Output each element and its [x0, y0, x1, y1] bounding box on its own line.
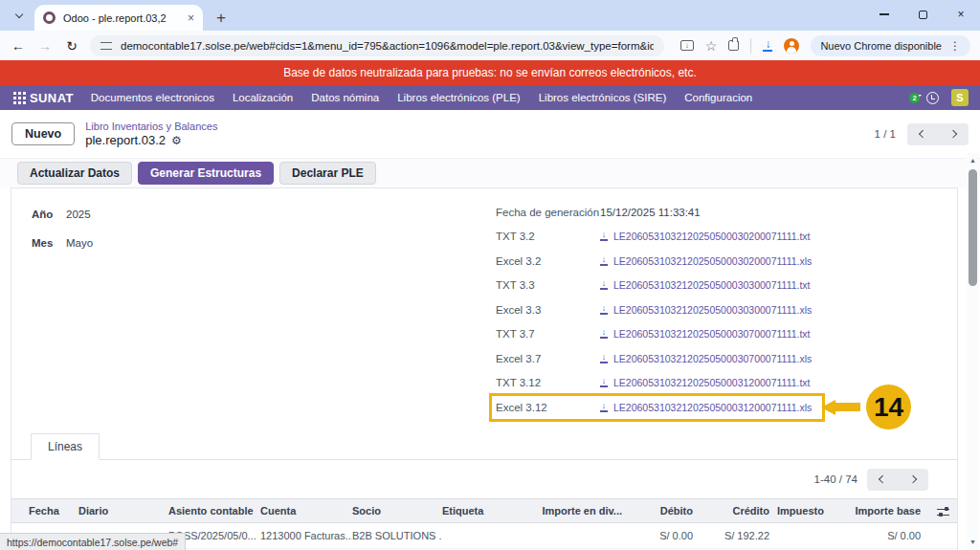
- back-button[interactable]: ←: [10, 38, 27, 54]
- navbar-brand[interactable]: SUNAT: [30, 91, 74, 105]
- file-download-link[interactable]: ↓ LE2060531032120250500031200071111.xls: [600, 402, 812, 413]
- table-header-cell[interactable]: Fecha: [17, 505, 78, 517]
- download-icon: ↓: [600, 280, 608, 290]
- record-name: ple.report.03.2: [85, 133, 166, 147]
- record-pager: 1 / 1: [875, 123, 969, 145]
- tab-close-icon[interactable]: ×: [188, 12, 194, 24]
- browser-toolbar: ← → ↻ democontable17.solse.pe/web#cids=1…: [0, 31, 980, 60]
- notebook-tabs: Líneas: [11, 431, 957, 460]
- chrome-update-button[interactable]: Nuevo Chrome disponible ⋮: [811, 35, 970, 56]
- table-header-cell[interactable]: Socio: [352, 505, 442, 517]
- settings-gear-icon[interactable]: ⚙: [171, 135, 182, 146]
- toolbar-divider: [750, 38, 751, 54]
- bookmark-star-icon[interactable]: ☆: [705, 39, 718, 53]
- close-button[interactable]: ×: [942, 0, 980, 29]
- file-name: LE2060531032120250500030300071111.txt: [613, 279, 811, 291]
- navbar-menu-item[interactable]: Datos nómina: [311, 92, 379, 103]
- chevron-left-icon: [879, 475, 887, 484]
- table-header-cell[interactable]: Importe base: [833, 505, 921, 517]
- file-download-link[interactable]: ↓ LE2060531032120250500031200071111.txt: [600, 377, 811, 388]
- table-header-cell[interactable]: Etiqueta: [442, 505, 538, 517]
- chrome-update-label: Nuevo Chrome disponible: [820, 40, 942, 52]
- browser-tab[interactable]: Odoo - ple.report.03,2 ×: [34, 5, 203, 31]
- chevron-right-icon: [949, 130, 958, 139]
- adjust-columns-icon[interactable]: [937, 507, 949, 517]
- navbar-menu-item[interactable]: Libros electrónicos (SIRE): [539, 92, 667, 103]
- pager-previous-button[interactable]: [907, 125, 938, 143]
- file-name: LE2060531032120250500031200071111.txt: [613, 377, 811, 388]
- generation-date-value: 15/12/2025 11:33:41: [600, 207, 701, 218]
- table-cell: 1213000 Facturas...: [260, 530, 352, 541]
- file-label: Excel 3.2: [496, 255, 600, 267]
- profile-avatar-icon[interactable]: [784, 38, 799, 54]
- tutorial-step-badge: 14: [866, 385, 911, 429]
- file-download-link[interactable]: ↓ LE2060531032120250500030200071111.xls: [600, 255, 812, 267]
- table-header-cell[interactable]: Impuesto: [769, 505, 833, 517]
- file-name: LE2060531032120250500030300071111.xls: [613, 304, 812, 316]
- navbar-menu-item[interactable]: Libros electrónicos (PLE): [397, 92, 520, 103]
- list-pager-next-button[interactable]: [898, 471, 928, 489]
- scroll-down-icon[interactable]: ▼: [967, 535, 979, 548]
- browser-menu-icon[interactable]: ⋮: [949, 39, 961, 53]
- table-header: FechaDiarioAsiento contableCuentaSocioEt…: [11, 498, 957, 523]
- table-header-cell[interactable]: Diario: [78, 505, 168, 517]
- year-value[interactable]: 2025: [66, 209, 91, 220]
- file-download-link[interactable]: ↓ LE2060531032120250500030200071111.txt: [600, 231, 811, 242]
- minimize-button[interactable]: [865, 0, 903, 29]
- new-tab-button[interactable]: +: [216, 10, 226, 26]
- downloads-icon[interactable]: ↓: [763, 39, 772, 52]
- form-fields: Año 2025 Mes Mayo Fecha de generación 15…: [11, 188, 957, 429]
- reload-button[interactable]: ↻: [63, 38, 80, 54]
- file-row: Excel 3.2 ↓ LE20605310321202505000302000…: [496, 249, 821, 274]
- file-download-link[interactable]: ↓ LE2060531032120250500030700071111.xls: [600, 353, 812, 364]
- pager-next-button[interactable]: [938, 125, 969, 143]
- activities-clock-icon[interactable]: [926, 92, 939, 104]
- vertical-scrollbar[interactable]: ▲ ▼: [967, 153, 979, 550]
- send-to-device-icon[interactable]: ↓: [680, 40, 694, 51]
- file-download-link[interactable]: ↓ LE2060531032120250500030700071111.txt: [600, 328, 811, 340]
- breadcrumb-parent-link[interactable]: Libro Inventarios y Balances: [85, 121, 217, 132]
- window-controls: ×: [865, 0, 980, 29]
- table-header-cell[interactable]: Crédito: [693, 505, 769, 517]
- download-icon: ↓: [600, 329, 608, 339]
- extensions-icon[interactable]: [728, 40, 739, 51]
- scrollbar-thumb[interactable]: [969, 169, 977, 286]
- tab-lineas[interactable]: Líneas: [31, 433, 100, 460]
- file-name: LE2060531032120250500030700071111.txt: [613, 328, 811, 340]
- chevron-down-icon: [15, 11, 24, 19]
- table-cell: S/ 0.00: [622, 530, 693, 541]
- file-download-link[interactable]: ↓ LE2060531032120250500030300071111.txt: [600, 279, 811, 291]
- table-header-cell[interactable]: Asiento contable: [168, 505, 260, 517]
- file-label: Excel 3.7: [496, 353, 600, 364]
- statusbar-action-button[interactable]: Declarar PLE: [279, 162, 376, 185]
- statusbar-action-button[interactable]: Actualizar Datos: [17, 162, 132, 185]
- download-icon: ↓: [600, 378, 608, 387]
- table-header-cell[interactable]: Cuenta: [260, 505, 352, 517]
- navbar-menu-item[interactable]: Configuracion: [684, 92, 752, 103]
- form-right-column: Fecha de generación 15/12/2025 11:33:41 …: [496, 200, 946, 429]
- navbar-right: 2 S: [914, 89, 969, 106]
- file-label: TXT 3.3: [496, 279, 600, 291]
- table-cell: S/ 0.00: [833, 530, 921, 541]
- statusbar-action-button[interactable]: Generar Estructuras: [138, 162, 274, 185]
- list-pager-previous-button[interactable]: [867, 471, 898, 489]
- site-settings-icon[interactable]: [100, 41, 112, 51]
- apps-grid-icon[interactable]: [13, 92, 16, 95]
- forward-button[interactable]: →: [36, 38, 54, 54]
- navbar-menu-item[interactable]: Localización: [233, 92, 293, 103]
- file-row: Excel 3.12 ↓ LE2060531032120250500031200…: [496, 395, 821, 420]
- user-avatar[interactable]: S: [951, 89, 969, 106]
- file-download-link[interactable]: ↓ LE2060531032120250500030300071111.xls: [600, 304, 812, 316]
- url-bar[interactable]: democontable17.solse.pe/web#cids=1&menu_…: [90, 35, 664, 56]
- month-value[interactable]: Mayo: [66, 237, 93, 249]
- scroll-up-icon[interactable]: ▲: [967, 153, 979, 166]
- tab-title: Odoo - ple.report.03,2: [63, 12, 180, 24]
- new-record-button[interactable]: Nuevo: [11, 122, 75, 145]
- table-header-cell[interactable]: Importe en div...: [538, 505, 622, 517]
- table-header-cell[interactable]: Débito: [622, 505, 693, 517]
- download-icon: ↓: [600, 403, 608, 412]
- restore-button[interactable]: [903, 0, 942, 29]
- tab-search-button[interactable]: [8, 4, 31, 27]
- file-row: TXT 3.3 ↓ LE2060531032120250500030300071…: [496, 274, 821, 298]
- navbar-menu-item[interactable]: Documentos electronicos: [91, 92, 214, 103]
